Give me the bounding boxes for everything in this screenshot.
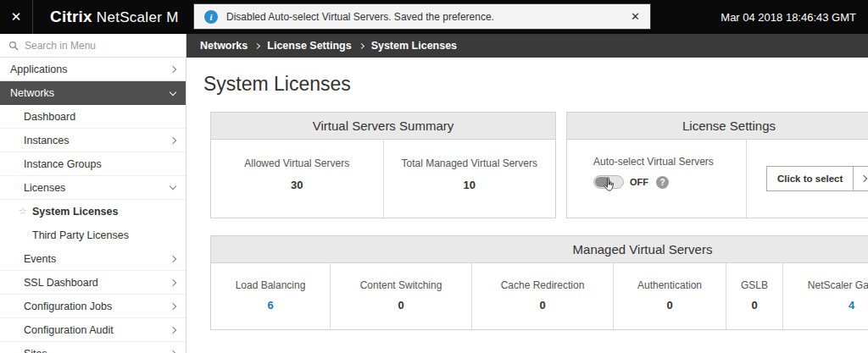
sidebar-item-label: Dashboard: [24, 111, 75, 123]
sidebar-item-label: Third Party Licenses: [32, 229, 129, 241]
stat-label: Content Switching: [331, 279, 471, 291]
sidebar-item-label: Applications: [10, 63, 67, 75]
stat-value: 10: [384, 179, 556, 191]
mvs-body: Load Balancing6Content Switching0Cache R…: [211, 263, 868, 329]
stat-value-link[interactable]: 6: [211, 299, 330, 312]
click-to-select-button[interactable]: Click to select: [766, 166, 854, 191]
toggle-state-label: OFF: [630, 177, 648, 187]
sidebar-item-applications[interactable]: Applications: [0, 58, 186, 81]
vss-body: Allowed Virtual Servers30Total Managed V…: [211, 140, 555, 218]
main-area: NetworksLicense SettingsSystem Licenses …: [186, 34, 868, 353]
sidebar-item-label: Sites: [24, 348, 47, 353]
stat-cell: Content Switching0: [330, 263, 471, 329]
stat-value: 0: [331, 299, 471, 312]
select-expand-button[interactable]: [854, 166, 868, 191]
sidebar-item-instance-groups[interactable]: Instance Groups: [0, 152, 186, 176]
sidebar-item-label: Instance Groups: [24, 158, 102, 170]
sidebar-item-third-party-licenses[interactable]: Third Party Licenses: [0, 223, 186, 247]
managed-virtual-servers-title: Managed Virtual Servers: [211, 236, 868, 263]
chevron-right-icon: [170, 279, 176, 285]
sidebar-item-label: System Licenses: [32, 206, 118, 218]
stat-label: Authentication: [614, 279, 726, 291]
stat-label: NetScaler Gateway: [783, 279, 868, 291]
datetime-display: Mar 04 2018 18:46:43 GMT: [721, 11, 856, 24]
stat-value: 0: [472, 299, 613, 312]
sidebar-item-label: Licenses: [24, 182, 65, 194]
sidebar-item-configuration-jobs[interactable]: Configuration Jobs: [0, 295, 186, 318]
chevron-down-icon: [170, 88, 176, 95]
search-input[interactable]: [25, 40, 177, 52]
info-icon: i: [204, 10, 218, 24]
sidebar-item-label: Networks: [10, 87, 54, 99]
auto-select-label: Auto-select Virtual Servers: [593, 156, 746, 168]
chevron-right-icon: [170, 302, 176, 309]
sidebar-item-label: Instances: [24, 135, 70, 146]
chevron-right-icon: [170, 136, 176, 143]
license-settings-panel: License Settings Auto-select Virtual Ser…: [566, 112, 868, 218]
sidebar-item-events[interactable]: Events: [0, 247, 186, 271]
toast-close-icon[interactable]: ✕: [631, 10, 640, 23]
stat-cell: GSLB0: [726, 263, 782, 329]
chevron-down-icon: [170, 183, 176, 190]
sidebar-item-system-licenses[interactable]: ☆System Licenses: [0, 200, 186, 223]
sidebar-item-configuration-audit[interactable]: Configuration Audit: [0, 318, 186, 342]
chevron-right-icon: [170, 350, 176, 353]
stat-label: Load Balancing: [211, 279, 330, 291]
auto-select-section: Auto-select Virtual Servers OFF ?: [567, 140, 747, 218]
stat-cell: Total Managed Virtual Servers10: [383, 140, 556, 218]
stat-label: GSLB: [726, 279, 782, 291]
stat-value: 30: [211, 179, 383, 191]
chevron-right-icon: [860, 175, 867, 182]
search-icon: [8, 41, 19, 51]
top-bar: ✕ Citrix NetScaler M Mar 04 2018 18:46:4…: [0, 0, 868, 34]
sidebar-item-label: Configuration Audit: [24, 324, 114, 336]
sidebar-item-instances[interactable]: Instances: [0, 129, 186, 152]
brand-logo: Citrix NetScaler M: [50, 8, 179, 26]
chevron-right-icon: [170, 255, 176, 262]
sidebar-menu: ApplicationsNetworksDashboardInstancesIn…: [0, 58, 186, 353]
breadcrumb-separator-icon: [254, 42, 260, 48]
stat-value-link[interactable]: 4: [783, 299, 868, 312]
brand-product: NetScaler M: [92, 9, 179, 25]
sidebar-item-label: Events: [24, 253, 56, 265]
sidebar-item-dashboard[interactable]: Dashboard: [0, 105, 186, 129]
brand-citrix: Citrix: [50, 8, 92, 25]
sidebar-item-ssl-dashboard[interactable]: SSL Dashboard: [0, 271, 186, 295]
toast-message: Disabled Auto-select Virtual Servers. Sa…: [226, 11, 620, 23]
breadcrumb: NetworksLicense SettingsSystem Licenses: [186, 34, 868, 58]
help-icon[interactable]: ?: [656, 176, 669, 189]
page-title: System Licenses: [203, 73, 868, 96]
stat-label: Cache Redirection: [472, 279, 613, 291]
star-icon: ☆: [19, 206, 27, 217]
stat-cell: Authentication0: [613, 263, 726, 329]
breadcrumb-item-networks[interactable]: Networks: [200, 40, 248, 52]
virtual-servers-summary-title: Virtual Servers Summary: [211, 113, 555, 140]
breadcrumb-item-license-settings[interactable]: License Settings: [267, 40, 351, 52]
breadcrumb-item-system-licenses[interactable]: System Licenses: [371, 40, 457, 52]
stat-cell: NetScaler Gateway4: [782, 263, 868, 329]
sidebar-item-sites[interactable]: Sites: [0, 342, 186, 353]
sidebar-item-networks[interactable]: Networks: [0, 81, 186, 105]
breadcrumb-separator-icon: [359, 42, 364, 48]
sidebar-item-label: SSL Dashboard: [24, 277, 98, 289]
stat-label: Allowed Virtual Servers: [211, 157, 383, 169]
license-settings-title: License Settings: [567, 113, 868, 140]
stat-cell: Load Balancing6: [211, 263, 330, 329]
sidebar-item-licenses[interactable]: Licenses: [0, 176, 186, 200]
stat-value: 0: [614, 299, 726, 312]
topbar-divider: [32, 0, 33, 34]
stat-label: Total Managed Virtual Servers: [384, 157, 556, 169]
cursor-hand-icon: [603, 177, 615, 193]
stat-value: 0: [726, 299, 782, 312]
stat-cell: Allowed Virtual Servers30: [211, 140, 383, 218]
chevron-right-icon: [170, 326, 176, 333]
chevron-right-icon: [170, 65, 176, 72]
virtual-servers-summary-panel: Virtual Servers Summary Allowed Virtual …: [210, 112, 556, 218]
sidebar-search-row: [0, 34, 186, 58]
sidebar-item-label: Configuration Jobs: [24, 301, 112, 312]
stat-cell: Cache Redirection0: [471, 263, 613, 329]
toast-notification: i Disabled Auto-select Virtual Servers. …: [193, 3, 651, 30]
select-servers-section: Click to select: [747, 140, 868, 218]
close-menu-icon[interactable]: ✕: [0, 0, 32, 34]
sidebar: ApplicationsNetworksDashboardInstancesIn…: [0, 34, 186, 353]
